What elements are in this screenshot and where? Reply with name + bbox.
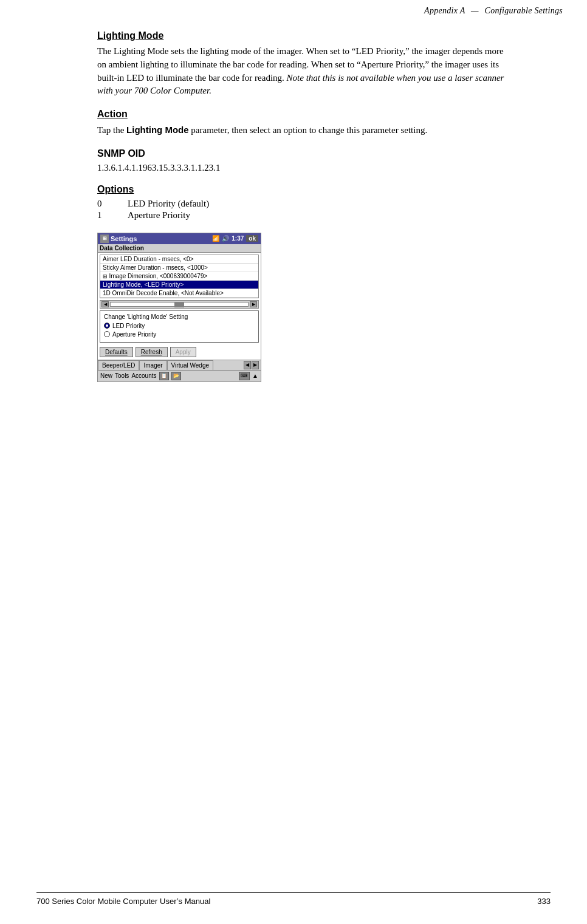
device-bottom-toolbar: New Tools Accounts 📋 📂 ⌨ ▲ — [98, 370, 261, 382]
apply-button[interactable]: Apply — [170, 347, 196, 357]
titlebar-ok[interactable]: ok — [246, 235, 258, 242]
radio-led-circle[interactable] — [104, 323, 110, 329]
bottom-icon-1[interactable]: 📋 — [159, 372, 169, 380]
options-heading: Options — [97, 184, 510, 195]
scroll-right-arrow[interactable]: ▶ — [250, 301, 257, 307]
bottom-accounts-label[interactable]: Accounts — [131, 372, 156, 379]
snmp-oid-section: SNMP OID 1.3.6.1.4.1.1963.15.3.3.3.1.1.2… — [97, 148, 510, 173]
radio-led-label: LED Priority — [112, 323, 145, 329]
tab-prev-arrow[interactable]: ◀ — [244, 361, 251, 369]
radio-option-aperture[interactable]: Aperture Priority — [104, 331, 255, 338]
scrollbar-track[interactable] — [110, 302, 249, 307]
list-item-4[interactable]: 1D OmniDir Decode Enable, <Not Available… — [100, 289, 258, 298]
main-content: Lighting Mode The Lighting Mode sets the… — [97, 30, 510, 400]
tab-arrows: ◀ ▶ — [244, 361, 261, 369]
device-titlebar: ⊞ Settings 📶 🔊 1:37 ok — [98, 233, 261, 244]
list-item-0[interactable]: Aimer LED Duration - msecs, <0> — [100, 255, 258, 264]
action-body-bold: Lighting Mode — [126, 125, 188, 135]
keyboard-icon[interactable]: ⌨ — [239, 372, 250, 380]
snmp-oid-heading: SNMP OID — [97, 148, 510, 159]
tab-imager[interactable]: Imager — [139, 360, 166, 370]
tab-next-arrow[interactable]: ▶ — [252, 361, 259, 369]
bottom-icon-2[interactable]: 📂 — [171, 372, 181, 380]
device-toolbar: Data Collection — [98, 244, 261, 253]
lighting-mode-section: Lighting Mode The Lighting Mode sets the… — [97, 30, 510, 98]
titlebar-right: 📶 🔊 1:37 ok — [212, 235, 258, 242]
change-setting-title: Change 'Lighting Mode' Setting — [104, 313, 255, 320]
signal-icon: 📶 — [212, 235, 219, 242]
device-tabs: Beeper/LED Imager Virtual Wedge ◀ ▶ — [98, 360, 261, 370]
snmp-oid-value: 1.3.6.1.4.1.1963.15.3.3.3.1.1.23.1 — [97, 163, 510, 173]
footer-left: 700 Series Color Mobile Computer User’s … — [36, 897, 210, 906]
volume-icon: 🔊 — [222, 235, 229, 242]
scrollbar-row: ◀ ▶ — [100, 300, 259, 309]
option-label-1: Aperture Priority — [128, 210, 190, 221]
action-body: Tap the Lighting Mode parameter, then se… — [97, 123, 510, 137]
action-section: Action Tap the Lighting Mode parameter, … — [97, 109, 510, 137]
lighting-mode-body: The Lighting Mode sets the lighting mode… — [97, 45, 510, 98]
device-list[interactable]: Aimer LED Duration - msecs, <0> Sticky A… — [100, 255, 259, 298]
windows-icon: ⊞ — [100, 234, 109, 243]
page-header: Appendix A — Configurable Settings — [424, 6, 563, 16]
options-section: Options 0 LED Priority (default) 1 Apert… — [97, 184, 510, 221]
footer-right: 333 — [537, 897, 551, 906]
option-num-1: 1 — [97, 210, 128, 221]
option-label-0: LED Priority (default) — [128, 199, 209, 209]
titlebar-title: Settings — [111, 235, 137, 242]
option-num-0: 0 — [97, 199, 128, 209]
defaults-button[interactable]: Defaults — [100, 347, 133, 357]
appendix-label: Appendix A — [424, 6, 465, 15]
option-row-0: 0 LED Priority (default) — [97, 199, 510, 209]
action-body-pre: Tap the — [97, 125, 126, 135]
change-setting-box: Change 'Lighting Mode' Setting LED Prior… — [100, 310, 259, 343]
action-body-post: parameter, then select an option to chan… — [189, 125, 428, 135]
titlebar-left: ⊞ Settings — [100, 234, 137, 243]
scroll-left-arrow[interactable]: ◀ — [101, 301, 109, 307]
action-heading: Action — [97, 109, 510, 120]
radio-option-led[interactable]: LED Priority — [104, 323, 255, 329]
titlebar-time: 1:37 — [232, 235, 244, 242]
list-item-3[interactable]: Lighting Mode, <LED Priority> — [100, 281, 258, 289]
toolbar-label: Data Collection — [100, 245, 144, 252]
option-row-1: 1 Aperture Priority — [97, 210, 510, 221]
tab-beeper-led[interactable]: Beeper/LED — [98, 360, 139, 370]
scrollbar-thumb — [174, 303, 184, 307]
bottom-tools-label[interactable]: Tools — [115, 372, 129, 379]
list-item-1[interactable]: Sticky Aimer Duration - msecs, <1000> — [100, 264, 258, 272]
tab-virtual-wedge[interactable]: Virtual Wedge — [167, 360, 213, 370]
bottom-arrow-up[interactable]: ▲ — [252, 372, 258, 379]
radio-aperture-label: Aperture Priority — [112, 331, 156, 338]
radio-aperture-circle[interactable] — [104, 331, 110, 337]
refresh-button[interactable]: Refresh — [136, 347, 168, 357]
device-screenshot: ⊞ Settings 📶 🔊 1:37 ok Data Collection A… — [97, 233, 261, 382]
options-list: 0 LED Priority (default) 1 Aperture Prio… — [97, 199, 510, 221]
bottom-new-label[interactable]: New — [100, 372, 112, 379]
em-dash: — — [471, 6, 481, 15]
list-item-2[interactable]: Image Dimension, <000639000479> — [100, 272, 258, 281]
chapter-label: Configurable Settings — [485, 6, 563, 15]
lighting-mode-heading: Lighting Mode — [97, 30, 510, 41]
page-footer: 700 Series Color Mobile Computer User’s … — [36, 892, 551, 906]
buttons-row: Defaults Refresh Apply — [98, 344, 261, 360]
